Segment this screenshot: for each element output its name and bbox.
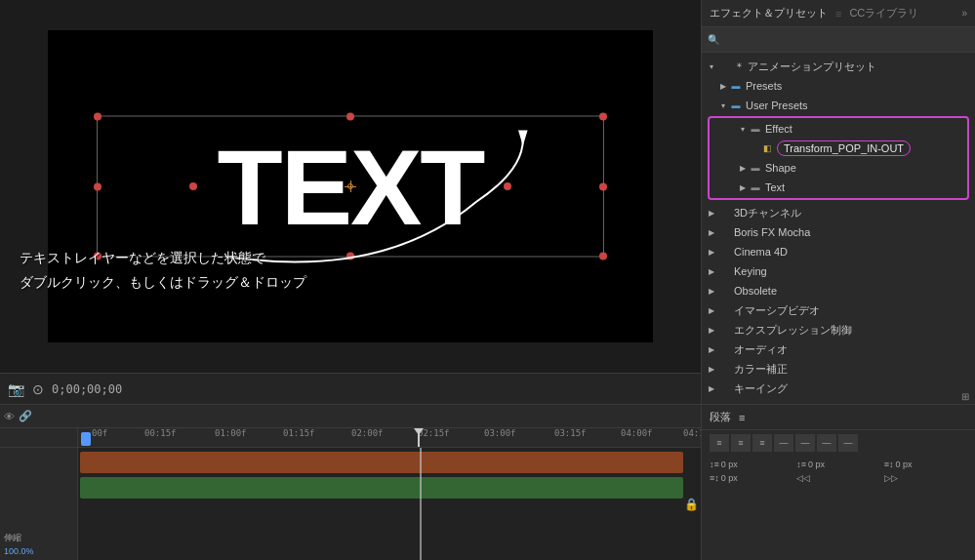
icon-animation-presets (717, 60, 731, 73)
spacing-icon-6: ▷▷ (884, 473, 898, 483)
tree-item-effect[interactable]: ▾ ▬ Effect (710, 119, 967, 139)
justify-center-btn[interactable]: — (795, 434, 815, 452)
paragraph-title: 段落 (710, 410, 731, 424)
folder-icon-shape: ▬ (749, 161, 762, 175)
effects-tab[interactable]: エフェクト＆プリセット (710, 6, 828, 20)
track-label-stretch: 伸縮 (4, 532, 21, 544)
effects-tree[interactable]: ▾ ＊ アニメーションプリセット ▶ ▬ Presets ▾ ▬ User Pr… (702, 53, 975, 404)
icon-expression (717, 323, 731, 337)
preview-canvas: TEXT テキストレイヤーなどを選択した状態で ダブルクリック、もしくはドラッグ… (0, 0, 701, 373)
icon-color (717, 362, 731, 376)
justify-all-btn[interactable]: — (838, 434, 858, 452)
label-user-presets: User Presets (746, 100, 808, 111)
align-left-btn[interactable]: ≡ (710, 434, 729, 452)
ruler-100f: 01:00f (215, 428, 247, 438)
justify-left-btn[interactable]: — (774, 434, 793, 452)
ruler-115f: 01:15f (283, 428, 315, 438)
tree-item-presets[interactable]: ▶ ▬ Presets (702, 76, 975, 96)
panel-options-btn[interactable]: ⊞ (961, 391, 969, 402)
tree-item-3d-channel[interactable]: ▶ 3Dチャンネル (702, 203, 975, 222)
ruler-00f: 00f (92, 428, 107, 438)
spacing-item-3: ≡↕ 0 px (884, 460, 967, 469)
bottom-area: 👁 🔗 00f 00:15f 01:00f 01:15f 02:00f 02:1… (0, 404, 975, 560)
tree-item-expression[interactable]: ▶ エクスプレッション制御 (702, 320, 975, 340)
arrow-transform-pop (752, 142, 760, 154)
track-label-area: 伸縮 100.0% (0, 448, 78, 560)
track-bar-green (80, 477, 683, 499)
spacing-item-5: ◁◁ (796, 473, 879, 483)
tree-item-text[interactable]: ▶ ▬ Text (710, 178, 967, 197)
paragraph-header: 段落 ≡ (702, 405, 975, 430)
handle-bottom-right[interactable] (599, 253, 607, 260)
handle-mid-right[interactable] (599, 182, 607, 190)
canvas-inner: TEXT (48, 30, 653, 342)
cc-libraries-tab[interactable]: CCライブラリ (849, 6, 918, 20)
arrow-obsolete: ▶ (706, 285, 717, 297)
tree-item-animation-presets[interactable]: ▾ ＊ アニメーションプリセット (702, 57, 975, 76)
spacing-val-2[interactable]: 0 px (808, 460, 825, 469)
spacing-icon-2: ↕≡ (796, 460, 806, 469)
playhead-arrow (414, 428, 424, 435)
tree-item-cinema4d[interactable]: ▶ Cinema 4D (702, 242, 975, 261)
spacing-icon-5: ◁◁ (796, 473, 810, 483)
search-input[interactable] (723, 34, 969, 46)
arrow-text: ▶ (737, 181, 749, 193)
timeline-panel: 👁 🔗 00f 00:15f 01:00f 01:15f 02:00f 02:1… (0, 405, 701, 560)
timeline-in-handle[interactable] (81, 432, 91, 446)
arrow-boris: ▶ (706, 226, 717, 238)
search-icon: 🔍 (708, 34, 719, 45)
pink-highlight-region: ▾ ▬ Effect ◧ Transform_POP_IN-OUT ▶ ▬ Sh… (708, 116, 969, 200)
timeline-tracks: 伸縮 100.0% 🔒 (0, 448, 701, 560)
spacing-item-1: ↕≡ 0 px (710, 460, 792, 469)
folder-icon-effect: ▬ (749, 122, 762, 136)
spacing-val-3[interactable]: 0 px (895, 460, 912, 469)
playhead-track (420, 448, 422, 560)
tree-item-keying2[interactable]: ▶ キーイング (702, 379, 975, 398)
tree-item-boris-mocha[interactable]: ▶ Boris FX Mocha (702, 222, 975, 242)
timecode-display[interactable]: 0;00;00;00 (52, 382, 122, 396)
arrow-shape: ▶ (737, 162, 749, 174)
ruler-41f: 04:1 (683, 428, 701, 438)
label-color: カラー補正 (734, 362, 788, 377)
effects-panel: エフェクト＆プリセット ≡ CCライブラリ » 🔍 ▾ ＊ アニメーションプリセ… (701, 0, 975, 404)
track-label-zoom: 100.0% (4, 546, 34, 556)
align-center-btn[interactable]: ≡ (731, 434, 751, 452)
track-lock-icon: 🔒 (684, 498, 699, 511)
icon-boris (717, 225, 731, 239)
handle-mid-left[interactable] (94, 182, 102, 190)
spacing-val-1[interactable]: 0 px (721, 460, 738, 469)
track-bar-red (80, 452, 683, 473)
align-right-btn[interactable]: ≡ (752, 434, 772, 452)
tree-item-obsolete[interactable]: ▶ Obsolete (702, 281, 975, 300)
tree-item-color[interactable]: ▶ カラー補正 (702, 359, 975, 379)
anchor-circle (347, 183, 353, 189)
spacing-val-4[interactable]: 0 px (721, 473, 738, 483)
handle-top-left[interactable] (94, 113, 102, 121)
preview-panel: TEXT テキストレイヤーなどを選択した状態で ダブルクリック、もしくはドラッグ… (0, 0, 701, 404)
timeline-ctrl-lock[interactable]: 🔗 (19, 410, 32, 422)
expand-btn[interactable]: » (961, 8, 967, 19)
icon-obsolete (717, 284, 731, 298)
track-content: 🔒 (78, 448, 701, 560)
tree-item-keying[interactable]: ▶ Keying (702, 261, 975, 281)
arrow-audio: ▶ (706, 343, 717, 355)
label-keying: Keying (734, 265, 767, 277)
tree-item-immersive[interactable]: ▶ イマーシブビデオ (702, 300, 975, 320)
label-keying2: キーイング (734, 381, 788, 396)
tree-item-shape[interactable]: ▶ ▬ Shape (710, 158, 967, 178)
icon-keying (717, 264, 731, 278)
tree-item-audio[interactable]: ▶ オーディオ (702, 340, 975, 359)
effects-divider: ≡ (835, 8, 841, 20)
icon-keying2 (717, 381, 731, 395)
handle-bottom-mid[interactable] (346, 253, 354, 260)
tree-item-transform-pop[interactable]: ◧ Transform_POP_IN-OUT (710, 139, 967, 158)
label-boris: Boris FX Mocha (734, 226, 810, 238)
justify-right-btn[interactable]: — (817, 434, 836, 452)
timeline-ctrl-eye[interactable]: 👁 (4, 411, 15, 422)
arrow-expression: ▶ (706, 324, 717, 336)
tree-item-user-presets[interactable]: ▾ ▬ User Presets (702, 96, 975, 115)
spacing-icon-1: ↕≡ (710, 460, 719, 469)
folder-icon-presets: ▬ (729, 79, 743, 93)
handle-top-right[interactable] (599, 113, 607, 121)
handle-top-mid[interactable] (346, 113, 354, 121)
